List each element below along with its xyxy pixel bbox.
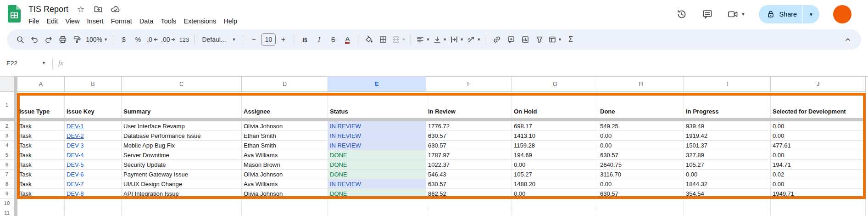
text-color-button[interactable]: A (340, 33, 354, 46)
menu-item-format[interactable]: Format (107, 17, 136, 26)
cell-F10[interactable] (426, 199, 512, 208)
row-header-8[interactable]: 8 (0, 179, 14, 189)
select-all-corner[interactable] (0, 77, 14, 92)
menu-item-file[interactable]: File (25, 17, 43, 26)
join-call-button[interactable]: ▼ (727, 9, 745, 20)
cell-A7[interactable]: Task (17, 170, 65, 179)
column-header-F[interactable]: F (426, 77, 512, 92)
cell-B6[interactable]: DEV-5 (65, 160, 122, 170)
column-header-A[interactable]: A (17, 77, 65, 92)
cell-D1[interactable]: Assignee (242, 92, 328, 118)
menu-item-edit[interactable]: Edit (43, 17, 61, 26)
cell-A4[interactable]: Task (17, 141, 65, 150)
cell-J4[interactable]: 477.61 (771, 141, 866, 150)
cell-F3[interactable]: 630.57 (426, 131, 512, 141)
italic-button[interactable]: I (312, 33, 326, 46)
issue-key-link[interactable]: DEV-7 (67, 181, 84, 188)
share-button[interactable]: Share ▼ (759, 5, 819, 23)
column-header-J[interactable]: J (771, 77, 866, 92)
issue-key-link[interactable]: DEV-3 (67, 142, 84, 149)
insert-comment-button[interactable] (504, 33, 518, 46)
cell-G1[interactable]: On Hold (512, 92, 598, 118)
status-cell-E3[interactable]: IN REVIEW (328, 131, 426, 141)
cell-C3[interactable]: Database Performance Issue (122, 131, 242, 141)
cell-J9[interactable]: 1949.71 (771, 189, 866, 199)
borders-button[interactable] (376, 33, 390, 46)
sheets-logo-icon[interactable] (8, 5, 21, 23)
font-select[interactable]: Defaul...▼ (199, 33, 239, 46)
cell-D6[interactable]: Mason Brown (242, 160, 328, 170)
cell-I6[interactable]: 105.27 (684, 160, 771, 170)
column-header-D[interactable]: D (242, 77, 328, 92)
cell-G2[interactable]: 698.17 (512, 121, 598, 131)
row-header-5[interactable]: 5 (0, 150, 14, 160)
cell-G6[interactable]: 0.00 (512, 160, 598, 170)
fill-color-button[interactable] (362, 33, 376, 46)
row-header-11[interactable]: 11 (0, 208, 14, 216)
row-header-2[interactable]: 2 (0, 121, 14, 131)
cell-G7[interactable]: 105.27 (512, 170, 598, 179)
strikethrough-button[interactable]: S (326, 33, 340, 46)
cell-B3[interactable]: DEV-2 (65, 131, 122, 141)
cell-H1[interactable]: Done (598, 92, 684, 118)
cell-C10[interactable] (122, 199, 242, 208)
status-cell-E6[interactable]: DONE (328, 160, 426, 170)
table-views-button[interactable]: ▼ (547, 33, 563, 46)
cell-B10[interactable] (65, 199, 122, 208)
cell-I5[interactable]: 327.89 (684, 150, 771, 160)
cell-G11[interactable] (512, 208, 598, 216)
cell-F8[interactable]: 630.57 (426, 179, 512, 189)
search-button[interactable] (13, 33, 27, 46)
issue-key-link[interactable]: DEV-1 (67, 123, 84, 130)
issue-key-link[interactable]: DEV-5 (67, 161, 84, 168)
status-cell-E9[interactable]: DONE (328, 189, 426, 199)
freeze-column-divider[interactable] (14, 76, 17, 216)
menu-item-view[interactable]: View (61, 17, 83, 26)
menu-item-data[interactable]: Data (136, 17, 157, 26)
insert-chart-button[interactable] (518, 33, 532, 46)
cell-A3[interactable]: Task (17, 131, 65, 141)
cell-F11[interactable] (426, 208, 512, 216)
formula-input[interactable] (63, 51, 868, 76)
cell-C5[interactable]: Server Downtime (122, 150, 242, 160)
format-currency-button[interactable]: $ (117, 33, 131, 46)
more-formats-button[interactable]: 123 (177, 33, 191, 46)
document-title[interactable]: TIS Report (28, 5, 68, 14)
issue-key-link[interactable]: DEV-6 (67, 171, 84, 178)
cell-F6[interactable]: 1022.37 (426, 160, 512, 170)
cell-C8[interactable]: UI/UX Design Change (122, 179, 242, 189)
cell-F4[interactable]: 630.57 (426, 141, 512, 150)
row-header-9[interactable]: 9 (0, 189, 14, 199)
cell-I10[interactable] (684, 199, 771, 208)
cell-G10[interactable] (512, 199, 598, 208)
increase-decimal-button[interactable]: .00 (160, 33, 177, 46)
cell-I11[interactable] (684, 208, 771, 216)
bold-button[interactable]: B (298, 33, 312, 46)
cell-J11[interactable] (771, 208, 866, 216)
menu-item-insert[interactable]: Insert (83, 17, 107, 26)
undo-button[interactable] (28, 33, 41, 46)
increase-font-size-button[interactable]: + (276, 33, 290, 46)
cell-B9[interactable]: DEV-8 (65, 189, 122, 199)
cell-H8[interactable]: 0.00 (598, 179, 684, 189)
cell-B11[interactable] (65, 208, 122, 216)
cell-F5[interactable]: 1787.97 (426, 150, 512, 160)
cell-G9[interactable]: 0.00 (512, 189, 598, 199)
cell-B4[interactable]: DEV-3 (65, 141, 122, 150)
menu-item-extensions[interactable]: Extensions (180, 17, 220, 26)
cell-A6[interactable]: Task (17, 160, 65, 170)
cell-A5[interactable]: Task (17, 150, 65, 160)
cell-A10[interactable] (17, 199, 65, 208)
cell-J1[interactable]: Selected for Development (771, 92, 866, 118)
cell-A9[interactable]: Task (17, 189, 65, 199)
cell-J2[interactable]: 0.00 (771, 121, 866, 131)
chevron-down-icon[interactable]: ▼ (741, 12, 745, 17)
column-header-C[interactable]: C (122, 77, 242, 92)
cell-I7[interactable]: 0.00 (684, 170, 771, 179)
column-header-E[interactable]: E (328, 77, 426, 92)
cell-F9[interactable]: 862.52 (426, 189, 512, 199)
status-cell-E8[interactable]: IN REVIEW (328, 179, 426, 189)
paint-format-button[interactable] (70, 33, 84, 46)
insert-link-button[interactable] (490, 33, 504, 46)
row-header-3[interactable]: 3 (0, 131, 14, 141)
